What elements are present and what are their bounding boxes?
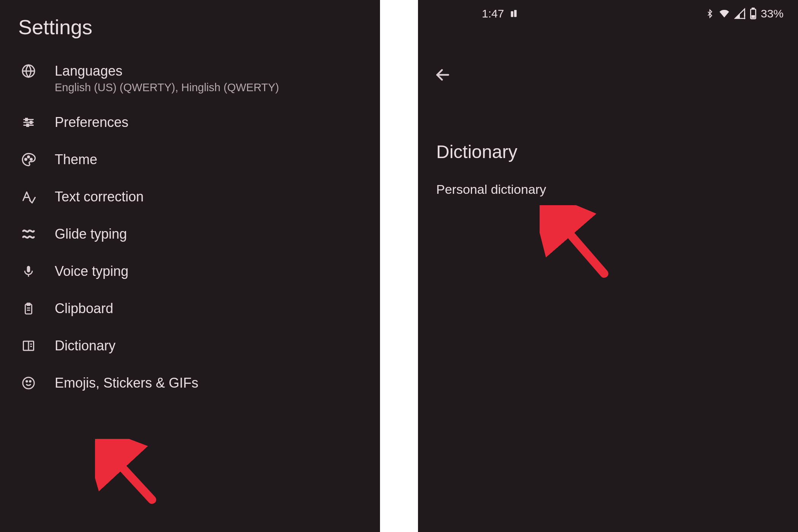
settings-item-label: Dictionary <box>55 338 116 354</box>
arrow-back-icon <box>434 66 451 83</box>
settings-item-label: Clipboard <box>55 301 113 317</box>
mic-icon <box>21 263 36 279</box>
svg-point-9 <box>28 156 30 158</box>
dictionary-item-label: Personal dictionary <box>436 182 546 196</box>
panel-gap <box>380 0 418 532</box>
settings-item-label: Languages <box>55 63 279 79</box>
settings-item-content: Languages English (US) (QWERTY), Hinglis… <box>55 63 279 94</box>
status-bar: 1:47 <box>418 0 798 27</box>
book-icon <box>21 338 36 354</box>
settings-item-subtitle: English (US) (QWERTY), Hinglish (QWERTY) <box>55 81 279 94</box>
settings-title: Settings <box>0 0 380 49</box>
svg-rect-5 <box>26 119 28 121</box>
cell-signal-icon <box>734 8 746 19</box>
svg-point-23 <box>30 381 31 382</box>
annotation-arrow-personal-dictionary <box>540 205 616 281</box>
settings-item-preferences[interactable]: Preferences <box>0 104 380 141</box>
settings-item-emojis[interactable]: Emojis, Stickers & GIFs <box>0 364 380 402</box>
dictionary-title: Dictionary <box>418 92 798 171</box>
settings-item-languages[interactable]: Languages English (US) (QWERTY), Hinglis… <box>0 49 380 104</box>
settings-list: Languages English (US) (QWERTY), Hinglis… <box>0 49 380 402</box>
svg-point-21 <box>23 377 34 389</box>
settings-item-clipboard[interactable]: Clipboard <box>0 290 380 327</box>
back-button[interactable] <box>433 65 452 84</box>
settings-item-label: Theme <box>55 152 97 168</box>
settings-item-label: Preferences <box>55 114 128 130</box>
svg-point-10 <box>30 158 32 160</box>
sliders-icon <box>21 114 36 130</box>
settings-item-theme[interactable]: Theme <box>0 141 380 178</box>
svg-point-29 <box>744 18 746 19</box>
status-time: 1:47 <box>482 7 504 20</box>
settings-item-label: Voice typing <box>55 263 128 279</box>
svg-rect-31 <box>752 8 754 9</box>
svg-rect-6 <box>30 121 32 124</box>
bluetooth-icon <box>705 8 714 19</box>
status-right: 33% <box>705 7 784 20</box>
svg-line-25 <box>106 450 152 500</box>
settings-panel: Settings Languages English (US) (QWERTY)… <box>0 0 380 532</box>
back-button-area <box>418 27 798 92</box>
settings-item-voice-typing[interactable]: Voice typing <box>0 253 380 290</box>
battery-percentage: 33% <box>761 7 784 20</box>
clipboard-icon <box>21 301 36 317</box>
svg-rect-27 <box>514 10 517 17</box>
svg-point-22 <box>26 381 28 382</box>
glide-icon <box>21 226 36 242</box>
settings-item-label: Emojis, Stickers & GIFs <box>55 375 198 391</box>
svg-rect-32 <box>751 15 755 18</box>
svg-line-35 <box>555 217 604 274</box>
annotation-arrow-dictionary <box>95 439 163 507</box>
svg-rect-26 <box>511 11 514 17</box>
dictionary-item-personal[interactable]: Personal dictionary <box>418 171 798 207</box>
svg-point-8 <box>25 158 27 160</box>
status-app-icon <box>509 9 519 19</box>
palette-icon <box>21 152 36 168</box>
settings-item-text-correction[interactable]: Text correction <box>0 178 380 215</box>
settings-item-label: Glide typing <box>55 226 127 242</box>
globe-icon <box>21 63 36 79</box>
settings-item-glide-typing[interactable]: Glide typing <box>0 215 380 253</box>
text-correction-icon <box>21 189 36 205</box>
status-left: 1:47 <box>482 7 519 20</box>
smile-icon <box>21 375 36 391</box>
svg-rect-7 <box>27 124 29 127</box>
settings-item-label: Text correction <box>55 189 144 205</box>
settings-item-dictionary[interactable]: Dictionary <box>0 327 380 364</box>
battery-icon <box>749 8 757 20</box>
dictionary-panel: 1:47 <box>418 0 798 532</box>
wifi-icon <box>718 8 730 19</box>
